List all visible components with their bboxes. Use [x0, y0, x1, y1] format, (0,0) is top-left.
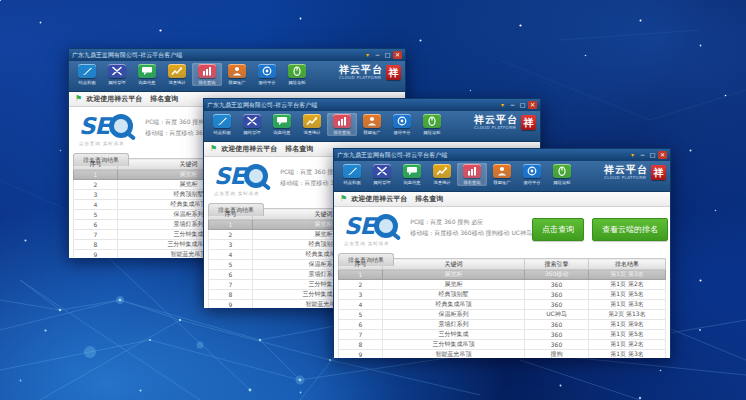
cell-keyword: 景墙灯系列 [383, 320, 525, 330]
title-bar[interactable]: 广东九鼎王监网有限公司-祥云平台客户端 ▾ − □ ✕ [334, 149, 670, 161]
toolbar-item-label: 站点检测 [344, 179, 361, 184]
pc-engines-line: PC端：百度 360 搜狗 必应 [410, 216, 532, 227]
table-row[interactable]: 8三分钟集成吊顶360第1页 第2名 [339, 340, 666, 350]
cell-no: 1 [209, 220, 253, 230]
toolbar-item-label: 网站管理 [109, 79, 126, 84]
toolbar-item-tools[interactable]: 网站管理 [102, 63, 132, 86]
tools-icon [373, 164, 391, 178]
toolbar-item-label: 流量统计 [169, 79, 186, 84]
cell-no: 3 [209, 240, 253, 250]
cell-no: 6 [339, 320, 383, 330]
chat-icon [138, 64, 156, 78]
chat-icon [403, 164, 421, 178]
table-row[interactable]: 4经典集成吊顶360第1页 第3名 [339, 300, 666, 310]
table-row[interactable]: 1展览柜360移动第1页 第3名 [339, 270, 666, 280]
cell-no: 5 [209, 260, 253, 270]
title-bar[interactable]: 广东九鼎王监网有限公司-祥云平台客户端 ▾ − □ ✕ [69, 49, 405, 61]
brand-subtitle: CLOUD PLATFORM [474, 126, 518, 130]
window-title: 广东九鼎王监网有限公司-祥云平台客户端 [72, 51, 362, 60]
window-title: 广东九鼎王监网有限公司-祥云平台客户端 [337, 151, 627, 160]
cell-no: 4 [74, 200, 118, 210]
cell-no: 2 [339, 280, 383, 290]
cell-rank: 第1页 第3名 [589, 300, 666, 310]
close-icon[interactable]: ✕ [528, 101, 537, 109]
brand-name: 祥云平台 [339, 65, 383, 75]
toolbar-item-label: 联盟推广 [364, 129, 381, 134]
flag-icon: ⚑ [340, 195, 347, 203]
minimize-icon[interactable]: − [508, 101, 517, 109]
header-rank: 排名结果 [589, 259, 666, 270]
toolbar-item-target[interactable]: 微信平台 [252, 63, 282, 86]
table-row[interactable]: 3经典顶别墅360第1页 第5名 [339, 290, 666, 300]
cell-rank: 第1页 第2名 [589, 340, 666, 350]
brand-subtitle: CLOUD PLATFORM [339, 76, 383, 80]
toolbar-item-bar-chart[interactable]: 排名查询 [457, 163, 487, 186]
cell-keyword: 三分钟集成 [383, 330, 525, 340]
toolbar-item-target[interactable]: 微信平台 [517, 163, 547, 186]
toolbar-item-label: 站点检测 [214, 129, 231, 134]
welcome-text: 欢迎使用祥云平台 [351, 194, 407, 204]
table-row[interactable]: 6景墙灯系列360第1页 第9名 [339, 320, 666, 330]
toolbar-item-mouse[interactable]: 网址导航 [282, 63, 312, 86]
brand-logo: 祥云平台 CLOUD PLATFORM 祥 [474, 115, 536, 130]
table-row[interactable]: 5保温柜系列UC神马第2页 第13名 [339, 310, 666, 320]
toolbar-item-mouse[interactable]: 网址导航 [417, 113, 447, 136]
cell-no: 2 [74, 180, 118, 190]
toolbar-item-target[interactable]: 微信平台 [387, 113, 417, 136]
maximize-icon[interactable]: □ [648, 151, 657, 159]
cell-engine: 360 [525, 340, 589, 350]
cell-rank: 第1页 第2名 [589, 280, 666, 290]
table-row[interactable]: 9智能蓝光吊顶搜狗第1页 第3名 [339, 350, 666, 359]
toolbar-item-tools[interactable]: 网站管理 [237, 113, 267, 136]
close-icon[interactable]: ✕ [393, 51, 402, 59]
toolbar-item-pencil[interactable]: 站点检测 [337, 163, 367, 186]
toolbar-item-line-chart[interactable]: 流量统计 [297, 113, 327, 136]
toolbar-item-tools[interactable]: 网站管理 [367, 163, 397, 186]
brand-logo: 祥云平台 CLOUD PLATFORM 祥 [339, 65, 401, 80]
skin-icon[interactable]: ▾ [363, 51, 372, 59]
toolbar-item-line-chart[interactable]: 流量统计 [427, 163, 457, 186]
maximize-icon[interactable]: □ [518, 101, 527, 109]
seo-logo-text: SE [214, 165, 244, 188]
query-button[interactable]: 点击查询 [532, 218, 584, 241]
target-icon [523, 164, 541, 178]
cell-engine: UC神马 [525, 310, 589, 320]
toolbar-item-person[interactable]: 联盟推广 [222, 63, 252, 86]
minimize-icon[interactable]: − [373, 51, 382, 59]
toolbar-item-person[interactable]: 联盟推广 [487, 163, 517, 186]
cloud-rank-button[interactable]: 查看云端的排名 [592, 218, 668, 241]
toolbar-item-label: 询盘信息 [404, 179, 421, 184]
toolbar-item-bar-chart[interactable]: 排名查询 [192, 63, 222, 86]
skin-icon[interactable]: ▾ [498, 101, 507, 109]
toolbar-item-pencil[interactable]: 站点检测 [207, 113, 237, 136]
content-area: SE 点击查询 实时排名 PC端：百度 360 搜狗 必应 移动端：百度移动 3… [334, 207, 670, 358]
skin-icon[interactable]: ▾ [628, 151, 637, 159]
brand-badge: 祥 [386, 65, 401, 80]
toolbar-item-chat[interactable]: 询盘信息 [132, 63, 162, 86]
maximize-icon[interactable]: □ [383, 51, 392, 59]
toolbar-item-label: 询盘信息 [274, 129, 291, 134]
brand-logo: 祥云平台 CLOUD PLATFORM 祥 [604, 165, 666, 180]
cell-engine: 360 [525, 300, 589, 310]
toolbar-item-bar-chart[interactable]: 排名查询 [327, 113, 357, 136]
minimize-icon[interactable]: − [638, 151, 647, 159]
toolbar-item-chat[interactable]: 询盘信息 [397, 163, 427, 186]
cell-no: 6 [209, 270, 253, 280]
cell-no: 7 [339, 330, 383, 340]
table-row[interactable]: 2展览柜360第1页 第2名 [339, 280, 666, 290]
toolbar-item-pencil[interactable]: 站点检测 [72, 63, 102, 86]
app-window[interactable]: 广东九鼎王监网有限公司-祥云平台客户端 ▾ − □ ✕ 站点检测网站管理询盘信息… [333, 148, 671, 357]
seo-logo-text: SE [79, 115, 109, 138]
cell-no: 4 [209, 250, 253, 260]
engine-info: PC端：百度 360 搜狗 必应 移动端：百度移动 360移动 搜狗移动 UC神… [410, 214, 532, 239]
toolbar-item-mouse[interactable]: 网址导航 [547, 163, 577, 186]
toolbar-item-chat[interactable]: 询盘信息 [267, 113, 297, 136]
cell-engine: 搜狗 [525, 350, 589, 359]
toolbar-item-line-chart[interactable]: 流量统计 [162, 63, 192, 86]
title-bar[interactable]: 广东九鼎王监网有限公司-祥云平台客户端 ▾ − □ ✕ [204, 99, 540, 111]
close-icon[interactable]: ✕ [658, 151, 667, 159]
table-row[interactable]: 7三分钟集成360第1页 第5名 [339, 330, 666, 340]
seo-tagline: 点击查询 实时排名 [79, 140, 128, 145]
cell-rank: 第2页 第13名 [589, 310, 666, 320]
toolbar-item-person[interactable]: 联盟推广 [357, 113, 387, 136]
